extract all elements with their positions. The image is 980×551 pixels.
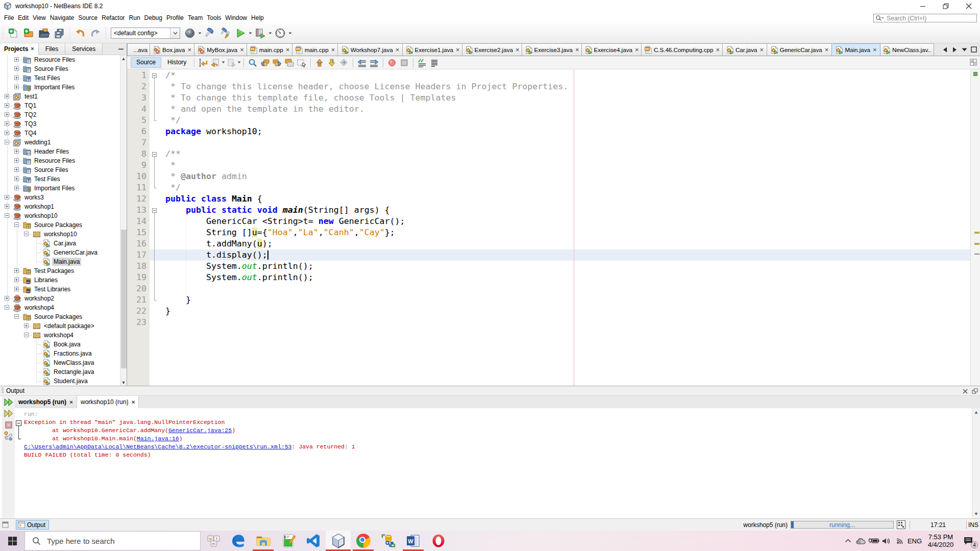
editor-tab-main-cpp[interactable]: CCmain.cpp× (292, 43, 338, 56)
tray-volume[interactable] (880, 531, 893, 551)
close-tab-icon[interactable]: × (187, 46, 191, 54)
taskbar-app-opera[interactable] (426, 531, 451, 551)
explorer-tab-projects[interactable]: Projects× (0, 43, 39, 55)
close-tab-icon[interactable]: × (240, 46, 244, 54)
process-list-icon[interactable] (897, 520, 905, 529)
tab-list-dropdown-icon[interactable] (960, 45, 968, 54)
close-tab-icon[interactable]: × (396, 46, 400, 54)
prev-occurrence-button[interactable] (259, 57, 271, 68)
quick-search-box[interactable]: Search (Ctrl+I) (873, 14, 977, 22)
tree-collapse-toggle[interactable] (5, 305, 9, 310)
progress-bar[interactable]: running... (791, 521, 894, 529)
editor-tab-main-java[interactable]: Main.java× (832, 43, 880, 56)
stop-gray-button[interactable] (398, 57, 410, 68)
menu-file[interactable]: File (2, 13, 16, 23)
save-all-button[interactable] (52, 26, 67, 41)
close-tab-icon[interactable]: × (825, 46, 829, 54)
tree-expand-toggle[interactable] (14, 268, 19, 273)
next-occurrence-button[interactable] (271, 57, 283, 68)
tree-expand-toggle[interactable] (14, 186, 19, 190)
profile-project-dropdown-icon[interactable] (288, 26, 292, 41)
config-combobox[interactable]: <default config> (111, 28, 180, 39)
close-tab-icon[interactable]: × (131, 399, 135, 406)
explorer-tab-services[interactable]: Services (65, 43, 103, 55)
tree-expand-toggle[interactable] (5, 121, 9, 126)
tray-chevron-up[interactable] (842, 531, 854, 551)
output-link[interactable]: GenericCar.java:25 (168, 427, 232, 434)
scrollbar-thumb[interactable] (121, 230, 127, 368)
debug-project-button[interactable] (253, 26, 268, 41)
editor-tab-car-java[interactable]: Car.java× (723, 43, 767, 56)
comment-button[interactable] (416, 57, 428, 68)
output-drag-grip[interactable] (2, 388, 4, 394)
start-button[interactable] (0, 531, 24, 551)
close-tab-icon[interactable]: × (456, 46, 460, 54)
minimize-panel-icon[interactable] (115, 43, 127, 55)
taskbar-search-box[interactable]: Type here to search (24, 531, 201, 550)
tree-expand-toggle[interactable] (5, 112, 9, 117)
tree-collapse-toggle[interactable] (24, 333, 29, 337)
tree-expand-toggle[interactable] (14, 76, 19, 80)
tree-item-workshop10[interactable]: workshop10 (0, 211, 119, 220)
menu-tools[interactable]: Tools (205, 13, 223, 23)
tree-item-student-java[interactable]: Student.java (0, 377, 119, 386)
taskbar-app-word[interactable]: W (401, 531, 426, 551)
forward-button[interactable] (225, 57, 237, 68)
maximize-document-icon[interactable] (970, 45, 978, 54)
tree-item-test1[interactable]: test1 (0, 92, 119, 101)
tree-expand-toggle[interactable] (5, 204, 9, 209)
taskbar-app-greenshot[interactable] (276, 531, 301, 551)
menu-profile[interactable]: Profile (164, 13, 186, 23)
output-float-icon[interactable] (972, 388, 978, 394)
close-tab-icon[interactable]: × (31, 45, 34, 52)
tree-expand-toggle[interactable] (5, 296, 9, 300)
taskbar-app-unikey[interactable]: uin (201, 531, 226, 551)
error-stripe-occurrence[interactable] (974, 243, 979, 245)
shift-right-button[interactable] (368, 57, 380, 68)
breakpoint-button[interactable] (386, 57, 398, 68)
output-close-icon[interactable] (963, 389, 968, 394)
editor-tab-exercise2-java[interactable]: Exercise2.java× (462, 43, 522, 56)
tree-expand-toggle[interactable] (14, 85, 19, 89)
tree-item-tq1[interactable]: TQ1 (0, 101, 119, 110)
split-document-icon[interactable] (970, 59, 977, 66)
editor-tab-c-s-46-computing-cpp[interactable]: CCC.S.46.Computing.cpp× (642, 43, 723, 56)
tray-onedrive[interactable] (854, 531, 867, 551)
close-button[interactable] (957, 0, 980, 12)
tree-item-workshop10[interactable]: workshop10 (0, 230, 119, 239)
menu-help[interactable]: Help (249, 13, 266, 23)
tree-item-fractions-java[interactable]: Fractions.java (0, 349, 119, 358)
menu-edit[interactable]: Edit (16, 13, 31, 23)
editor-tab-main-cpp[interactable]: CCmain.cpp× (247, 43, 292, 56)
tree-collapse-toggle[interactable] (5, 213, 9, 218)
restore-button[interactable] (934, 0, 957, 12)
taskbar-app-sql-tools[interactable] (376, 531, 401, 551)
tree-expand-toggle[interactable] (24, 323, 29, 328)
taskbar-app-chrome[interactable] (351, 531, 376, 551)
code-editor[interactable]: 1/*2 * To change this license header, ch… (127, 69, 980, 386)
menu-refactor[interactable]: Refactor (100, 13, 127, 23)
toolbar-dropdown-icon[interactable] (222, 61, 225, 64)
config-combobox-dropdown-icon[interactable] (170, 28, 180, 38)
close-tab-icon[interactable]: × (575, 46, 579, 54)
stop-output-button[interactable] (3, 420, 14, 430)
history-view-button[interactable]: History (162, 58, 191, 67)
taskbar-app-explorer[interactable] (251, 531, 276, 551)
minimize-button[interactable] (911, 0, 934, 12)
menu-source[interactable]: Source (76, 13, 100, 23)
tree-item-tq3[interactable]: TQ3 (0, 119, 119, 129)
scroll-tabs-left-icon[interactable] (941, 45, 949, 54)
editor-tab-mybox-java[interactable]: MyBox.java× (194, 43, 247, 56)
next-error-button[interactable] (338, 57, 350, 68)
run-project-dropdown-icon[interactable] (248, 26, 253, 41)
profile-project-button[interactable] (273, 26, 288, 41)
source-view-button[interactable]: Source (131, 57, 161, 68)
tree-item-genericcar-java[interactable]: GenericCar.java (0, 248, 119, 257)
close-tab-icon[interactable]: × (873, 46, 877, 54)
notification-center-icon[interactable]: 4 (960, 531, 977, 551)
error-stripe-caret[interactable] (974, 254, 979, 255)
tree-scrollbar[interactable]: ▲▼ (120, 55, 127, 386)
ant-settings-button[interactable] (3, 431, 14, 441)
tray-language[interactable]: ENG (905, 537, 924, 545)
statusbar-output-button[interactable]: Output (16, 520, 49, 530)
